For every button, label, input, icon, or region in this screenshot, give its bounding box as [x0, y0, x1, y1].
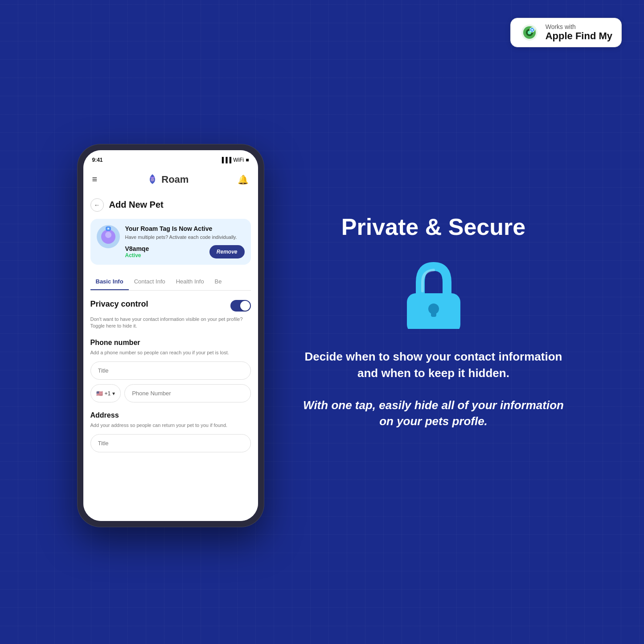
tab-health-info[interactable]: Health Info	[171, 274, 209, 290]
chevron-down-icon: ▾	[112, 390, 115, 397]
svg-point-12	[107, 228, 109, 230]
tab-contact-info[interactable]: Contact Info	[129, 274, 171, 290]
back-arrow-icon: ←	[94, 201, 100, 209]
tag-title: Your Roam Tag Is Now Active	[125, 225, 245, 232]
phone-number-input[interactable]	[124, 384, 250, 402]
battery-icon: ■	[246, 157, 249, 163]
find-my-title-label: Apple Find My	[546, 30, 612, 42]
body-text-2: With one tap, easily hide all of your in…	[300, 397, 567, 430]
tag-code-info: V8amqe Active	[125, 245, 149, 258]
status-time: 9:41	[92, 157, 103, 163]
signal-icon: ▐▐▐	[220, 157, 232, 163]
tag-subtitle: Have multiple pets? Activate each code i…	[125, 234, 245, 241]
phone-number-label: Phone number	[90, 339, 251, 347]
status-bar: 9:41 ▐▐▐ WiFi ■	[83, 150, 258, 170]
headline: Private & Secure	[341, 214, 525, 240]
privacy-toggle[interactable]	[230, 300, 251, 312]
menu-icon[interactable]: ≡	[92, 174, 98, 185]
page-title: Add New Pet	[109, 200, 164, 210]
tag-icon	[97, 225, 120, 248]
main-content: 9:41 ▐▐▐ WiFi ■ ≡ Roam 🔔	[0, 0, 644, 644]
status-icons: ▐▐▐ WiFi ■	[220, 157, 249, 163]
privacy-control-row: Privacy control	[90, 299, 251, 312]
nav-logo: Roam	[146, 173, 189, 186]
bell-icon[interactable]: 🔔	[238, 174, 249, 185]
country-code-select[interactable]: 🇺🇸 +1 ▾	[90, 384, 121, 402]
address-title-input[interactable]	[90, 434, 251, 452]
phone-number-desc: Add a phone number so people can reach y…	[90, 349, 251, 356]
nav-logo-text: Roam	[161, 174, 189, 185]
back-button[interactable]: ←	[90, 198, 104, 212]
wifi-icon: WiFi	[233, 157, 244, 163]
nav-bar: ≡ Roam 🔔	[83, 170, 258, 191]
body-text-1: Decide when to show your contact informa…	[300, 349, 567, 381]
phone-mockup: 9:41 ▐▐▐ WiFi ■ ≡ Roam 🔔	[77, 144, 264, 527]
svg-point-10	[105, 232, 111, 238]
tag-status: Active	[125, 252, 149, 258]
find-my-badge: Works with Apple Find My	[510, 18, 622, 47]
find-my-text-block: Works with Apple Find My	[546, 23, 612, 42]
find-my-icon	[520, 23, 539, 42]
roam-logo-icon	[146, 173, 159, 186]
tag-info: Your Roam Tag Is Now Active Have multipl…	[125, 225, 245, 258]
privacy-description: Don't want to have your contact informat…	[90, 316, 251, 330]
tab-be[interactable]: Be	[209, 274, 227, 290]
remove-button[interactable]: Remove	[209, 245, 245, 258]
tabs: Basic Info Contact Info Health Info Be	[90, 274, 251, 291]
phone-screen: 9:41 ▐▐▐ WiFi ■ ≡ Roam 🔔	[83, 150, 258, 521]
title-input[interactable]	[90, 361, 251, 380]
tab-basic-info[interactable]: Basic Info	[90, 274, 129, 290]
svg-rect-15	[431, 309, 436, 317]
address-desc: Add your address so people can return yo…	[90, 422, 251, 429]
lock-icon	[398, 258, 469, 331]
country-code: +1	[105, 390, 111, 397]
svg-point-6	[531, 29, 533, 31]
privacy-label: Privacy control	[90, 299, 148, 309]
tag-code-row: V8amqe Active Remove	[125, 245, 245, 258]
right-content: Private & Secure Decide when to show you…	[300, 214, 567, 430]
flag-icon: 🇺🇸	[96, 390, 103, 397]
tag-card: Your Roam Tag Is Now Active Have multipl…	[90, 219, 251, 265]
tag-code: V8amqe	[125, 245, 149, 252]
app-content: ← Add New Pet Your Roam Tag	[83, 191, 258, 521]
page-header: ← Add New Pet	[90, 198, 251, 212]
address-label: Address	[90, 411, 251, 419]
find-my-works-with-label: Works with	[546, 23, 612, 30]
phone-row: 🇺🇸 +1 ▾	[90, 384, 251, 402]
